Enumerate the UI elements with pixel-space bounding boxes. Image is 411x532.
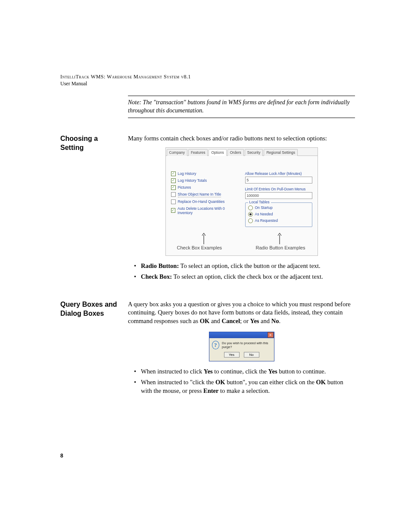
checkbox-row[interactable]: ✓Log History xyxy=(171,171,238,176)
list-item: When instructed to click Yes to continue… xyxy=(134,367,355,376)
radio-group-title: Local Tables xyxy=(248,200,271,204)
checkbox-row[interactable]: ✓Show Object Name In Title xyxy=(171,192,238,197)
arrow-up-icon xyxy=(202,233,206,244)
page-header: IntelliTrack WMS: Warehouse Management S… xyxy=(60,73,355,87)
bullet-text: To select an option, click the check box… xyxy=(172,273,323,280)
section2-bullets: When instructed to click Yes to continue… xyxy=(128,367,355,395)
tabstrip: CompanyFeaturesOptionsOrdersSecurityRegi… xyxy=(166,148,318,156)
note-prefix: Note: xyxy=(128,99,141,106)
section2-intro: A query box asks you a question or gives… xyxy=(128,300,355,326)
checkbox-icon[interactable]: ✓ xyxy=(171,192,176,197)
dialog-message: Do you wish to proceed with this purge? xyxy=(222,341,271,349)
radio-icon[interactable] xyxy=(248,205,253,210)
bullet-text: To select an option, click the button or… xyxy=(179,262,321,269)
radio-label: On Startup xyxy=(255,205,273,210)
checkbox-icon[interactable]: ✓ xyxy=(171,208,176,213)
radio-label: As Needed xyxy=(255,212,273,216)
section-heading-query: Query Boxes and Dialog Boxes xyxy=(60,300,123,398)
caption-radio: Radio Button Examples xyxy=(239,244,318,253)
doc-subtitle: User Manual xyxy=(60,80,355,87)
options-figure: CompanyFeaturesOptionsOrdersSecurityRegi… xyxy=(165,147,318,256)
question-icon: ? xyxy=(212,341,220,349)
arrow-up-icon xyxy=(277,233,282,244)
tab-company[interactable]: Company xyxy=(167,149,187,156)
radio-icon[interactable] xyxy=(248,212,253,217)
section1-bullets: Radio Button: To select an option, click… xyxy=(128,262,355,281)
section1-intro: Many forms contain check boxes and/or ra… xyxy=(128,134,355,143)
checkbox-row[interactable]: ✓Auto Delete Locations With 0 Inventory xyxy=(171,206,238,215)
dialog-titlebar: × xyxy=(209,332,274,338)
yes-button[interactable]: Yes xyxy=(224,352,240,358)
pulldown-label: Limit Of Entries On Pull-Down Menus xyxy=(245,187,312,191)
close-icon[interactable]: × xyxy=(268,332,274,338)
bullet-lead: Radio Button: xyxy=(141,262,179,269)
tab-features[interactable]: Features xyxy=(188,149,208,156)
radio-icon[interactable] xyxy=(248,218,253,223)
checkbox-label: Auto Delete Locations With 0 Inventory xyxy=(177,206,238,215)
radio-group: Local Tables On StartupAs NeededAs Reque… xyxy=(245,202,312,227)
checkbox-label: Log History Totals xyxy=(178,178,207,183)
checkbox-label: Show Object Name In Title xyxy=(178,192,221,197)
tab-orders[interactable]: Orders xyxy=(227,149,244,156)
list-item: Radio Button: To select an option, click… xyxy=(134,262,355,271)
page-number: 8 xyxy=(60,453,63,459)
checkbox-label: Pictures xyxy=(178,185,191,190)
tab-security[interactable]: Security xyxy=(245,149,263,156)
tab-regional-settings[interactable]: Regional Settings xyxy=(264,149,298,156)
list-item: When instructed to "click the OK button"… xyxy=(134,378,355,395)
note-box: Note: The "transaction" buttons found in… xyxy=(128,96,355,118)
release-lock-label: Allow Release Lock After (Minutes) xyxy=(245,171,312,176)
pulldown-input[interactable]: 100000 xyxy=(245,192,312,199)
tab-options[interactable]: Options xyxy=(209,149,226,156)
radio-row[interactable]: As Needed xyxy=(248,212,309,217)
checkbox-row[interactable]: ✓Pictures xyxy=(171,185,238,190)
radio-label: As Requested xyxy=(255,218,278,223)
checkbox-row[interactable]: ✓Log History Totals xyxy=(171,178,238,183)
checkbox-row[interactable]: ✓Replace On-Hand Quantities xyxy=(171,199,238,204)
checkbox-label: Replace On-Hand Quantities xyxy=(178,199,225,204)
note-text: The "transaction" buttons found in WMS f… xyxy=(128,99,350,114)
bullet-lead: Check Box: xyxy=(141,273,172,280)
caption-checkbox: Check Box Examples xyxy=(166,244,239,253)
doc-title: IntelliTrack WMS: Warehouse Management S… xyxy=(60,73,355,80)
checkbox-icon[interactable]: ✓ xyxy=(171,199,176,204)
no-button[interactable]: No xyxy=(244,352,259,358)
radio-row[interactable]: On Startup xyxy=(248,205,309,210)
radio-row[interactable]: As Requested xyxy=(248,218,309,223)
section-heading-choosing: Choosing a Setting xyxy=(60,134,123,284)
checkbox-icon[interactable]: ✓ xyxy=(171,185,176,190)
dialog-figure: × ? Do you wish to proceed with this pur… xyxy=(209,332,274,361)
checkbox-icon[interactable]: ✓ xyxy=(171,171,176,176)
release-lock-input[interactable]: 5 xyxy=(245,177,312,184)
checkbox-icon[interactable]: ✓ xyxy=(171,178,176,183)
checkbox-label: Log History xyxy=(178,171,196,176)
list-item: Check Box: To select an option, click th… xyxy=(134,273,355,281)
